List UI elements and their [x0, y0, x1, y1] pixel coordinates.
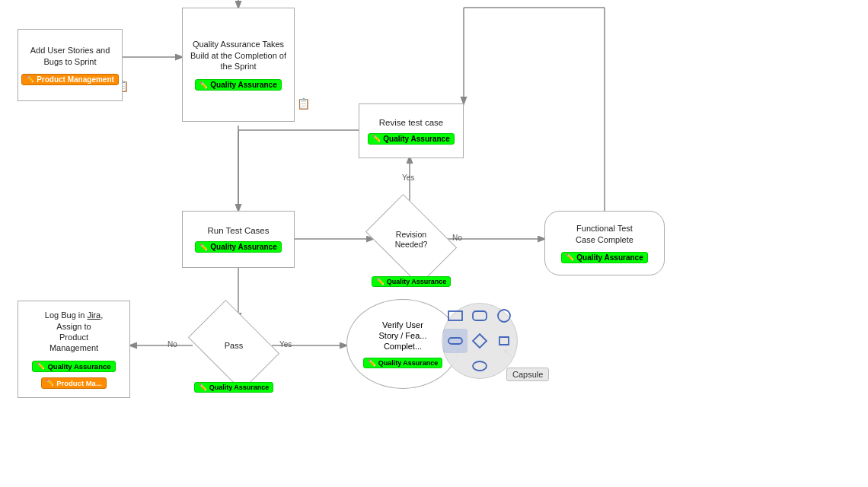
diamond-pass[interactable]: Pass ✏️ Quality Assurance	[196, 320, 272, 371]
tag-pm: ✏️ Product Ma...	[41, 377, 107, 389]
tag-icon: ✏️	[26, 75, 34, 83]
svg-rect-15	[473, 311, 487, 320]
tag-qa: ✏️ Quality Assurance	[368, 133, 454, 145]
note-icon-qa-build: 📋	[297, 97, 310, 110]
node-run-test-cases[interactable]: Run Test Cases ✏️ Quality Assurance	[182, 211, 295, 268]
node-add-user-stories[interactable]: Add User Stories and Bugs to Sprint ✏️ P…	[18, 29, 123, 101]
label-yes: Yes	[402, 173, 414, 182]
tag-icon: ✏️	[566, 253, 574, 261]
svg-point-20	[473, 361, 487, 371]
tag-qa: ✏️ Quality Assurance	[195, 79, 281, 91]
node-label: Quality Assurance Takes Build at the Com…	[189, 39, 288, 73]
tag-qa: ✏️ Quality Assurance	[194, 382, 274, 393]
shape-item-circle[interactable]	[492, 304, 516, 328]
tag-pm: ✏️ Product Management	[21, 74, 119, 85]
tag-qa: ✏️ Quality Assurance	[32, 361, 115, 372]
node-label: Add User Stories and Bugs to Sprint	[24, 45, 116, 67]
flowchart-canvas: 📋 📋 Add User Stories and Bugs to Sprint …	[0, 0, 868, 487]
node-label: Revise test case	[379, 118, 443, 127]
label-no-pass: No	[168, 340, 177, 349]
node-qa-takes-build[interactable]: Quality Assurance Takes Build at the Com…	[182, 8, 295, 122]
label-yes-pass: Yes	[279, 340, 292, 349]
node-label: Run Test Cases	[208, 226, 270, 235]
tag-icon: ✏️	[199, 81, 208, 89]
node-revise-test-case[interactable]: Revise test case ✏️ Quality Assurance	[359, 103, 464, 158]
tag-icon: ✏️	[368, 359, 376, 367]
diamond-revision-needed[interactable]: RevisionNeeded? ✏️ Quality Assurance	[373, 214, 449, 266]
node-functional-test-complete[interactable]: Functional TestCase Complete ✏️ Quality …	[544, 211, 665, 275]
svg-marker-19	[499, 337, 509, 345]
shape-item-rounded-rect[interactable]	[468, 304, 492, 328]
tag-qa: ✏️ Quality Assurance	[372, 276, 452, 287]
diamond-label: Pass	[225, 341, 243, 350]
svg-rect-14	[448, 311, 462, 320]
tag-icon: ✏️	[199, 244, 208, 251]
node-label: Verify UserStory / Fea...Complet...	[372, 320, 435, 352]
shape-item-diamond[interactable]	[468, 329, 492, 353]
shape-item-parallelogram[interactable]	[492, 329, 516, 353]
node-label: Functional TestCase Complete	[576, 223, 633, 246]
svg-point-16	[498, 310, 510, 322]
shape-item-ellipse[interactable]	[468, 354, 492, 378]
tag-qa: ✏️ Quality Assurance	[363, 358, 443, 368]
shape-tooltip-capsule: Capsule	[506, 368, 549, 381]
tag-icon: ✏️	[372, 135, 381, 142]
svg-marker-18	[473, 334, 487, 348]
shape-item-rectangle[interactable]	[443, 304, 468, 328]
tag-icon: ✏️	[37, 362, 45, 370]
tag-icon: ✏️	[46, 379, 54, 387]
node-log-bug[interactable]: Log Bug in Jira,Assign toProductManageme…	[18, 301, 130, 398]
tag-icon: ✏️	[376, 278, 385, 285]
node-label: Log Bug in Jira,Assign toProductManageme…	[45, 310, 103, 353]
svg-rect-17	[448, 338, 462, 344]
tag-qa: ✏️ Quality Assurance	[195, 241, 281, 253]
tag-icon: ✏️	[199, 384, 207, 391]
label-no: No	[452, 234, 462, 242]
diamond-label: RevisionNeeded?	[395, 230, 428, 249]
tag-qa: ✏️ Quality Assurance	[561, 252, 647, 263]
shape-item-capsule[interactable]	[443, 329, 468, 353]
